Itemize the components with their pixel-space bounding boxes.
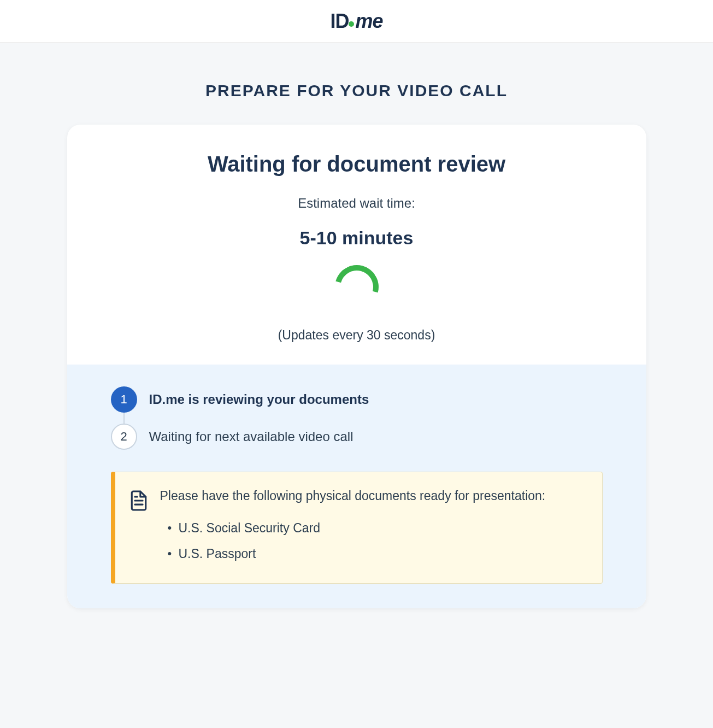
step-1-badge: 1 <box>111 386 137 413</box>
status-card: Waiting for document review Estimated wa… <box>67 125 646 608</box>
card-top-section: Waiting for document review Estimated wa… <box>67 125 646 365</box>
alert-content: Please have the following physical docum… <box>160 489 586 567</box>
document-icon <box>129 490 148 514</box>
step-1: 1 ID.me is reviewing your documents <box>111 381 603 418</box>
wait-time-label: Estimated wait time: <box>89 196 624 211</box>
wait-time-value: 5-10 minutes <box>89 227 624 249</box>
logo-text-id: ID <box>330 10 349 33</box>
card-bottom-section: 1 ID.me is reviewing your documents 2 Wa… <box>67 365 646 608</box>
header: ID me <box>0 0 713 43</box>
step-2-label: Waiting for next available video call <box>149 429 353 444</box>
logo-dot-icon <box>349 21 354 27</box>
step-2-badge: 2 <box>111 424 137 450</box>
loading-spinner-icon <box>327 257 386 316</box>
page-title: PREPARE FOR YOUR VIDEO CALL <box>0 81 713 100</box>
idme-logo: ID me <box>330 10 382 33</box>
update-frequency-note: (Updates every 30 seconds) <box>89 328 624 343</box>
document-list: U.S. Social Security Card U.S. Passport <box>160 515 586 567</box>
progress-steps: 1 ID.me is reviewing your documents 2 Wa… <box>111 381 603 455</box>
card-heading: Waiting for document review <box>89 152 624 177</box>
step-1-label: ID.me is reviewing your documents <box>149 392 369 407</box>
alert-text: Please have the following physical docum… <box>160 489 586 503</box>
logo-text-me: me <box>355 10 382 33</box>
step-2: 2 Waiting for next available video call <box>111 418 603 455</box>
document-list-item: U.S. Passport <box>168 541 586 567</box>
document-alert: Please have the following physical docum… <box>111 472 603 584</box>
document-list-item: U.S. Social Security Card <box>168 515 586 541</box>
